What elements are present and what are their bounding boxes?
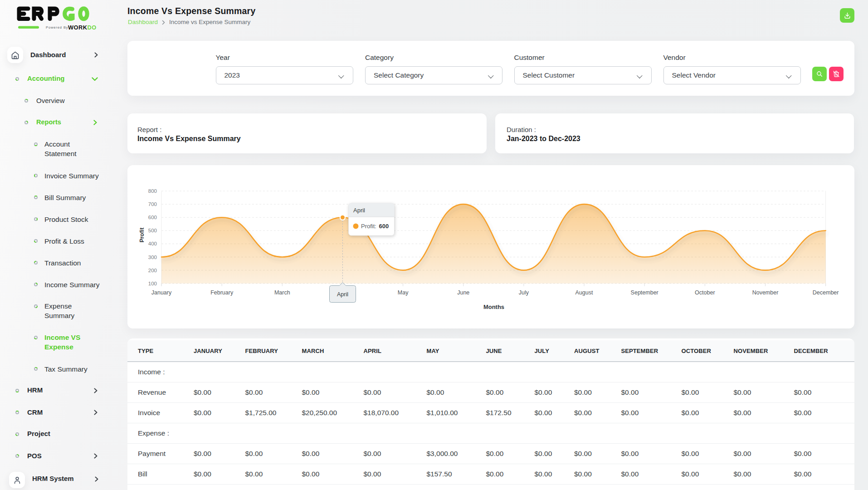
svg-text:Months: Months bbox=[483, 304, 504, 310]
svg-text:700: 700 bbox=[148, 201, 157, 207]
svg-text:April: April bbox=[337, 291, 348, 298]
svg-text:500: 500 bbox=[148, 228, 157, 233]
svg-text:400: 400 bbox=[148, 241, 157, 246]
svg-text:Profit: Profit bbox=[139, 227, 145, 242]
svg-text:January: January bbox=[151, 289, 172, 296]
svg-text:June: June bbox=[457, 289, 469, 296]
svg-text:800: 800 bbox=[148, 188, 157, 194]
svg-text:November: November bbox=[752, 289, 779, 296]
svg-text:600: 600 bbox=[148, 215, 157, 220]
svg-text:September: September bbox=[631, 289, 658, 296]
svg-text:December: December bbox=[813, 289, 839, 296]
svg-text:300: 300 bbox=[148, 255, 157, 260]
svg-text:October: October bbox=[695, 289, 715, 296]
svg-text:Powered By: Powered By bbox=[46, 25, 68, 29]
svg-text:July: July bbox=[519, 289, 529, 296]
svg-text:200: 200 bbox=[148, 268, 157, 273]
svg-text:100: 100 bbox=[148, 281, 157, 286]
svg-text:WORKDO: WORKDO bbox=[68, 24, 97, 30]
svg-text:Profit: 600: Profit: 600 bbox=[361, 223, 389, 230]
svg-text:April: April bbox=[353, 207, 365, 214]
svg-text:August: August bbox=[575, 289, 593, 296]
svg-text:May: May bbox=[398, 289, 409, 296]
svg-text:March: March bbox=[274, 289, 290, 296]
svg-text:February: February bbox=[210, 289, 234, 296]
